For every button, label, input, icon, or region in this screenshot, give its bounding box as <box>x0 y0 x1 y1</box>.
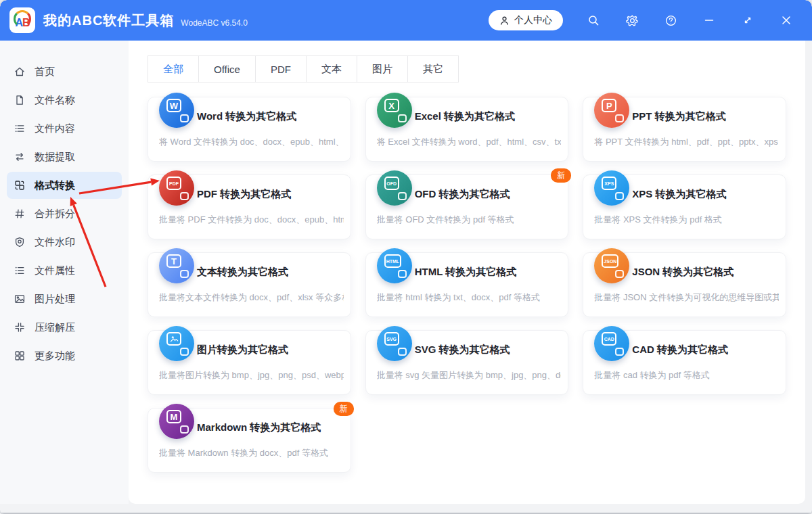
icon-secondary-box <box>180 270 189 278</box>
card-cad[interactable]: CADCAD 转换为其它格式批量将 cad 转换为 pdf 等格式 <box>583 330 786 395</box>
convert-icon <box>14 179 26 191</box>
card-title: PPT 转换为其它格式 <box>632 110 725 123</box>
person-icon <box>499 16 510 26</box>
icon-secondary-box <box>398 114 407 122</box>
icon-secondary-box <box>615 270 624 278</box>
icon-secondary-box <box>180 114 189 122</box>
sidebar-item-home[interactable]: 首页 <box>7 58 122 85</box>
icon-glyph-box: P <box>602 99 616 112</box>
maximize-button[interactable] <box>740 12 756 28</box>
file-icon <box>14 94 26 106</box>
icon-glyph-box: HTML <box>384 254 401 268</box>
sidebar-item-extract[interactable]: 数据提取 <box>7 143 122 170</box>
icon-glyph-box: M <box>166 410 181 423</box>
card-description: 批量将 svg 矢量图片转换为 bmp、jpg、png、docx <box>377 369 562 381</box>
word-format-icon: W <box>159 93 194 128</box>
home-icon <box>14 66 26 78</box>
ppt-format-icon: P <box>594 93 629 128</box>
tab-pdf[interactable]: PDF <box>255 55 307 83</box>
card-ppt[interactable]: PPPT 转换为其它格式将 PPT 文件转换为 html、pdf、ppt、ppt… <box>583 97 786 162</box>
main-area: 首页文件名称文件内容数据提取格式转换合并拆分文件水印文件属性图片处理压缩解压更多… <box>0 41 812 504</box>
card-markdown[interactable]: MMarkdown 转换为其它格式批量将 Markdown 转换为 docx、p… <box>148 408 351 473</box>
icon-glyph-box: OFD <box>384 177 399 190</box>
list-dots-icon <box>14 264 26 277</box>
minimize-icon <box>704 15 715 26</box>
card-html[interactable]: HTMLHTML 转换为其它格式批量将 html 转换为 txt、docx、pd… <box>365 252 569 317</box>
sidebar-item-more[interactable]: 更多功能 <box>7 342 122 369</box>
svg-format-icon: SVG <box>377 326 412 361</box>
logo-arc <box>14 10 31 28</box>
card-word[interactable]: WWord 转换为其它格式将 Word 文件转换为 doc、docx、epub、… <box>148 97 351 162</box>
json-format-icon: JSON <box>594 248 629 283</box>
sidebar-item-filecontent[interactable]: 文件内容 <box>7 115 122 142</box>
content-panel: 全部OfficePDF文本图片其它 WWord 转换为其它格式将 Word 文件… <box>129 41 805 504</box>
sidebar-item-mergesplit[interactable]: 合并拆分 <box>7 200 122 227</box>
card-img[interactable]: 图片转换为其它格式批量将图片转换为 bmp、jpg、png、psd、webp、 <box>148 330 351 395</box>
icon-secondary-box <box>180 348 189 356</box>
html-format-icon: HTML <box>377 248 412 283</box>
card-title: OFD 转换为其它格式 <box>415 188 510 201</box>
sidebar-item-image[interactable]: 图片处理 <box>7 285 122 312</box>
icon-secondary-box <box>398 348 407 356</box>
gear-icon <box>626 14 639 27</box>
tab-office[interactable]: Office <box>198 55 256 83</box>
sidebar-item-label: 首页 <box>35 66 55 78</box>
card-svg[interactable]: SVGSVG 转换为其它格式批量将 svg 矢量图片转换为 bmp、jpg、pn… <box>365 330 569 395</box>
search-button[interactable] <box>585 12 602 28</box>
txt-format-icon: T <box>159 248 194 283</box>
tab-all[interactable]: 全部 <box>148 55 199 83</box>
icon-secondary-box <box>615 348 624 356</box>
sidebar-item-zip[interactable]: 压缩解压 <box>7 314 122 341</box>
card-title: Excel 转换为其它格式 <box>415 110 515 123</box>
card-title: PDF 转换为其它格式 <box>197 188 291 201</box>
new-badge: 新 <box>334 402 354 416</box>
cad-format-icon: CAD <box>594 326 629 361</box>
card-ofd[interactable]: OFDOFD 转换为其它格式批量将 OFD 文件转换为 pdf 等格式新 <box>365 174 569 239</box>
xps-format-icon: XPS <box>594 170 629 206</box>
tab-other[interactable]: 其它 <box>407 55 459 83</box>
icon-secondary-box <box>398 192 407 200</box>
card-xps[interactable]: XPSXPS 转换为其它格式批量将 XPS 文件转换为 pdf 格式 <box>583 174 786 239</box>
card-description: 批量将 XPS 文件转换为 pdf 格式 <box>594 214 779 226</box>
close-button[interactable] <box>778 12 794 28</box>
new-badge: 新 <box>551 168 571 183</box>
card-title: XPS 转换为其它格式 <box>632 188 726 201</box>
minimize-button[interactable] <box>701 12 717 28</box>
sidebar: 首页文件名称文件内容数据提取格式转换合并拆分文件水印文件属性图片处理压缩解压更多… <box>0 41 129 504</box>
card-json[interactable]: JSONJSON 转换为其它格式批量将 JSON 文件转换为可视化的思维导图或其… <box>583 252 786 317</box>
card-title: 文本转换为其它格式 <box>197 266 288 279</box>
tab-text[interactable]: 文本 <box>306 55 357 83</box>
swap-arrows-icon <box>14 151 26 163</box>
card-excel[interactable]: XExcel 转换为其它格式将 Excel 文件转换为 word、pdf、htm… <box>365 97 569 162</box>
title-bar: AB 我的ABC软件工具箱 WodeABC v6.54.0 个人中心 <box>0 0 812 41</box>
card-description: 批量将文本文件转换为 docx、pdf、xlsx 等众多格式 <box>159 291 344 304</box>
sidebar-item-watermark[interactable]: 文件水印 <box>7 229 122 256</box>
icon-secondary-box <box>180 192 189 200</box>
help-icon <box>664 14 677 27</box>
icon-glyph-box: XPS <box>602 177 616 190</box>
app-title: 我的ABC软件工具箱 <box>43 11 174 30</box>
sidebar-item-fileprops[interactable]: 文件属性 <box>7 257 122 284</box>
card-title: CAD 转换为其它格式 <box>632 344 728 356</box>
tab-image[interactable]: 图片 <box>357 55 408 83</box>
icon-glyph-box: T <box>166 254 181 268</box>
grid-icon <box>14 350 26 362</box>
icon-glyph-box: SVG <box>384 332 399 346</box>
icon-glyph-box: PDF <box>166 177 181 190</box>
icon-secondary-box <box>615 114 624 122</box>
card-title: JSON 转换为其它格式 <box>632 266 734 279</box>
sidebar-item-label: 文件水印 <box>35 236 75 249</box>
card-description: 批量将 Markdown 转换为 docx、pdf 等格式 <box>159 447 344 459</box>
sidebar-item-label: 图片处理 <box>35 293 75 306</box>
help-button[interactable] <box>662 12 679 28</box>
sidebar-item-filename[interactable]: 文件名称 <box>7 87 122 114</box>
card-pdf[interactable]: PDFPDF 转换为其它格式批量将 PDF 文件转换为 doc、docx、epu… <box>148 174 351 239</box>
sidebar-item-convert[interactable]: 格式转换 <box>7 172 122 199</box>
icon-secondary-box <box>615 192 624 200</box>
user-center-button[interactable]: 个人中心 <box>489 10 563 30</box>
tool-card-grid: WWord 转换为其它格式将 Word 文件转换为 doc、docx、epub、… <box>148 97 786 473</box>
app-logo: AB <box>9 7 35 33</box>
settings-button[interactable] <box>624 12 640 28</box>
card-txt[interactable]: T文本转换为其它格式批量将文本文件转换为 docx、pdf、xlsx 等众多格式 <box>148 252 351 317</box>
list-lines-icon <box>14 122 26 135</box>
